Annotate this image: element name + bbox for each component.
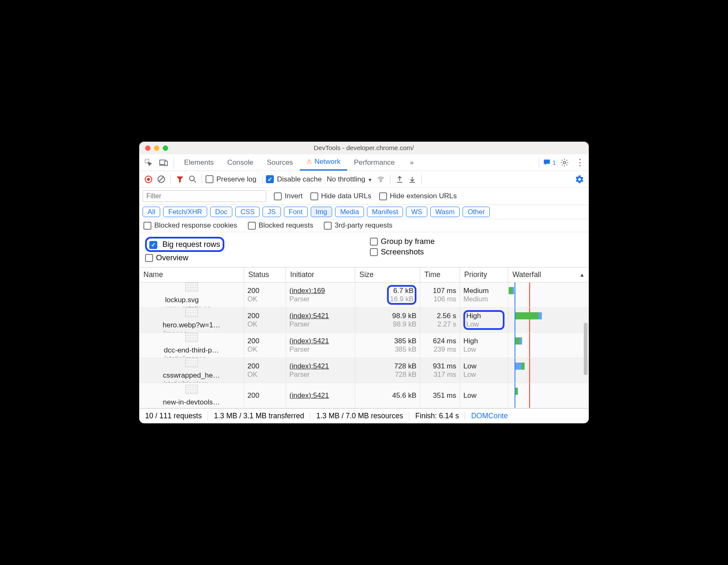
blocked-requests-toggle[interactable]: Blocked requests [248, 221, 313, 230]
traffic-lights[interactable] [145, 145, 168, 151]
initiator-cell[interactable]: (index):5421Parser [286, 308, 355, 332]
resource-name: dcc-end-third-p… [164, 346, 219, 355]
blocked-cookies-toggle[interactable]: Blocked response cookies [143, 221, 237, 230]
status-cell: 200OK [244, 282, 286, 307]
chip-all[interactable]: All [143, 207, 160, 217]
table-row[interactable]: dcc-end-third-p… /static/images200OK(ind… [139, 333, 589, 358]
col-size[interactable]: Size [355, 267, 420, 282]
chip-other[interactable]: Other [463, 207, 490, 217]
third-party-toggle[interactable]: 3rd-party requests [324, 221, 393, 230]
messages-button[interactable]: 1 [543, 156, 556, 169]
resource-name: new-in-devtools… [163, 398, 220, 407]
download-har-icon[interactable] [406, 174, 418, 185]
clear-button[interactable] [155, 174, 167, 185]
invert-checkbox[interactable] [274, 192, 282, 200]
chip-font[interactable]: Font [284, 207, 308, 217]
resource-thumb [185, 385, 198, 394]
tab-elements[interactable]: Elements [177, 154, 221, 171]
chip-manifest[interactable]: Manifest [367, 207, 403, 217]
chip-img[interactable]: Img [311, 207, 333, 217]
resource-name: hero.webp?w=1… [163, 321, 221, 329]
network-conditions-icon[interactable] [375, 174, 387, 185]
kebab-menu-icon[interactable]: ⋮ [573, 156, 586, 169]
chip-media[interactable]: Media [335, 207, 364, 217]
initiator-cell[interactable]: (index):169Parser [286, 282, 355, 307]
big-request-rows-toggle[interactable]: Big request rows [145, 237, 224, 252]
table-row[interactable]: new-in-devtools… 200(index):542145.6 kB3… [139, 383, 589, 408]
extra-filters: Blocked response cookies Blocked request… [139, 219, 589, 232]
chip-wasm[interactable]: Wasm [430, 207, 460, 217]
size-cell: 385 kB385 kB [355, 333, 420, 358]
time-cell: 931 ms317 ms [420, 358, 460, 383]
minimize-icon[interactable] [154, 145, 159, 151]
waterfall-cell [508, 333, 589, 358]
type-filter-chips: AllFetch/XHRDocCSSJSFontImgMediaManifest… [139, 205, 589, 219]
network-display-settings: Big request rows Overview Group by frame… [139, 232, 589, 267]
svg-point-12 [380, 181, 381, 181]
tab-console[interactable]: Console [221, 154, 260, 171]
tab-performance[interactable]: Performance [347, 154, 401, 171]
preserve-log-checkbox[interactable] [205, 175, 213, 183]
overview-toggle[interactable]: Overview [145, 253, 358, 262]
col-waterfall[interactable]: Waterfall ▲ [508, 267, 589, 282]
record-button[interactable] [143, 174, 154, 185]
device-mode-icon[interactable] [157, 156, 170, 169]
chip-js[interactable]: JS [263, 207, 281, 217]
upload-har-icon[interactable] [394, 174, 406, 185]
group-by-frame-toggle[interactable]: Group by frame [370, 237, 583, 246]
tab-network[interactable]: Network [300, 154, 347, 171]
initiator-cell[interactable]: (index):5421Parser [286, 358, 355, 383]
scroll-thumb[interactable] [584, 323, 588, 375]
resource-thumb [185, 308, 198, 317]
hide-data-urls-checkbox[interactable] [310, 192, 318, 200]
hide-extension-urls-toggle[interactable]: Hide extension URLs [379, 192, 457, 200]
initiator-cell[interactable]: (index):5421Parser [286, 333, 355, 358]
table-header: Name Status Initiator Size Time Priority… [139, 267, 589, 282]
col-status[interactable]: Status [244, 267, 286, 282]
scrollbar[interactable] [584, 323, 588, 407]
hide-data-urls-toggle[interactable]: Hide data URLs [310, 192, 372, 200]
close-icon[interactable] [145, 145, 151, 151]
tab-sources[interactable]: Sources [260, 154, 299, 171]
settings-gear-icon[interactable] [558, 156, 571, 169]
disable-cache-checkbox[interactable] [266, 175, 274, 183]
col-name[interactable]: Name [139, 267, 244, 282]
col-initiator[interactable]: Initiator [286, 267, 355, 282]
filter-input[interactable] [143, 190, 266, 202]
more-panels-button[interactable]: » [403, 154, 420, 171]
status-bar: 10 / 111 requests 1.3 MB / 3.1 MB transf… [139, 408, 589, 423]
filter-row: Invert Hide data URLs Hide extension URL… [139, 188, 589, 205]
chip-ws[interactable]: WS [406, 207, 427, 217]
svg-point-10 [189, 176, 194, 181]
size-cell: 6.7 kB16.9 kB [355, 282, 420, 307]
chip-fetchxhr[interactable]: Fetch/XHR [163, 207, 207, 217]
priority-cell: MediumMedium [460, 282, 508, 307]
resource-thumb [185, 282, 198, 292]
col-time[interactable]: Time [420, 267, 460, 282]
chip-css[interactable]: CSS [235, 207, 260, 217]
stat-transferred: 1.3 MB / 3.1 MB transferred [208, 412, 310, 420]
col-priority[interactable]: Priority [460, 267, 508, 282]
inspect-icon[interactable] [142, 156, 155, 169]
chip-doc[interactable]: Doc [210, 207, 232, 217]
table-row[interactable]: lockup.svg www.gstatic.co…200OK(index):1… [139, 282, 589, 308]
initiator-cell[interactable]: (index):5421 [286, 383, 355, 408]
maximize-icon[interactable] [163, 145, 168, 151]
stat-finish: Finish: 6.14 s [409, 412, 465, 420]
titlebar: DevTools - developer.chrome.com/ [139, 142, 589, 154]
panel-tabs: ElementsConsoleSourcesNetworkPerformance… [139, 154, 589, 171]
stat-requests: 10 / 111 requests [145, 412, 208, 420]
invert-toggle[interactable]: Invert [274, 192, 303, 200]
disable-cache-toggle[interactable]: Disable cache [266, 175, 322, 184]
hide-extension-urls-checkbox[interactable] [379, 192, 387, 200]
filter-icon[interactable] [174, 174, 186, 185]
throttling-select[interactable]: No throttling ▼ [325, 175, 374, 184]
resource-name: csswrapped_he… [163, 371, 220, 380]
table-row[interactable]: hero.webp?w=1… /images200OK(index):5421P… [139, 308, 589, 333]
search-icon[interactable] [187, 174, 198, 185]
chevron-down-icon: ▼ [368, 177, 372, 182]
preserve-log-toggle[interactable]: Preserve log [205, 175, 256, 184]
network-settings-icon[interactable] [574, 174, 585, 185]
screenshots-toggle[interactable]: Screenshots [370, 247, 583, 257]
table-row[interactable]: csswrapped_he… /static/blog/css…200OK(in… [139, 358, 589, 383]
